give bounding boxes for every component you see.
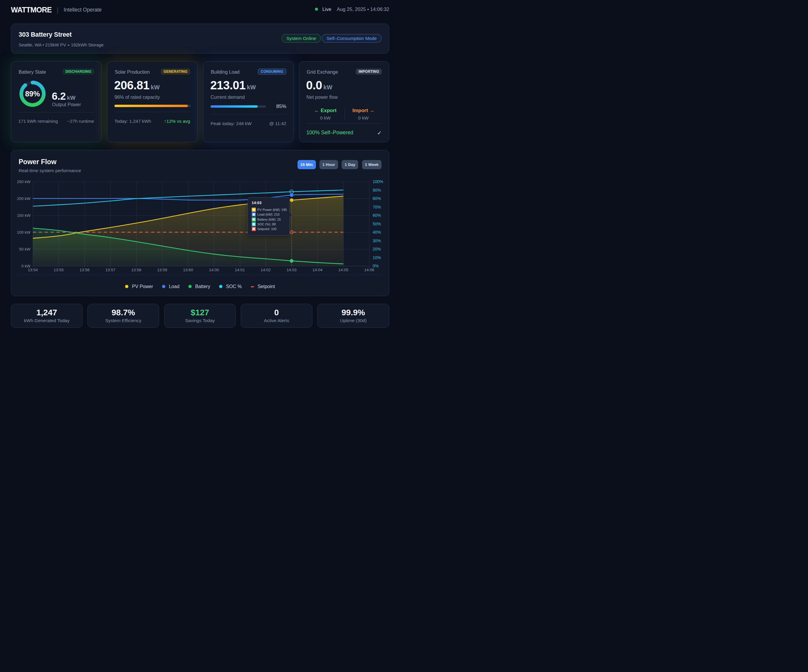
svg-text:14:03: 14:03 [287,267,297,272]
svg-text:14:06: 14:06 [364,267,374,272]
svg-text:13:55: 13:55 [54,267,64,272]
svg-text:90%: 90% [373,188,381,192]
svg-text:14:04: 14:04 [312,267,323,272]
svg-text:13:60: 13:60 [183,267,193,272]
svg-text:89%: 89% [25,90,40,98]
svg-text:13:54: 13:54 [28,267,38,272]
svg-text:14:00: 14:00 [209,267,219,272]
svg-text:10%: 10% [373,255,381,260]
svg-text:100 kW: 100 kW [17,230,30,234]
svg-text:14:05: 14:05 [338,267,348,272]
svg-text:200 kW: 200 kW [17,196,30,201]
svg-text:100%: 100% [373,179,383,184]
svg-text:250 kW: 250 kW [17,179,30,184]
svg-text:14:01: 14:01 [235,267,245,272]
svg-text:20%: 20% [373,247,381,251]
svg-text:60%: 60% [373,213,381,218]
svg-text:13:57: 13:57 [105,267,116,272]
svg-text:13:59: 13:59 [157,267,167,272]
svg-text:50%: 50% [373,222,381,226]
svg-text:40%: 40% [373,230,381,234]
svg-text:150 kW: 150 kW [17,213,30,218]
svg-text:70%: 70% [373,205,381,209]
svg-text:50 kW: 50 kW [19,247,31,251]
svg-text:13:58: 13:58 [131,267,141,272]
svg-text:80%: 80% [373,196,381,201]
svg-text:13:56: 13:56 [80,267,90,272]
svg-text:14:02: 14:02 [261,267,271,272]
svg-text:30%: 30% [373,238,381,243]
